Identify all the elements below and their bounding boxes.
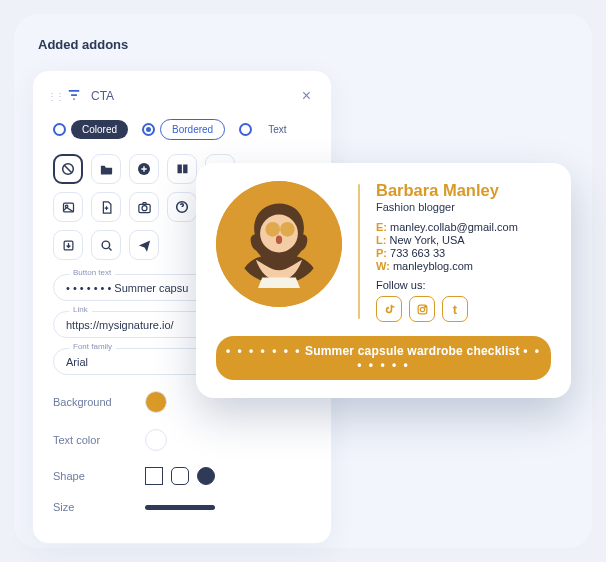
folder-icon[interactable] — [91, 154, 121, 184]
svg-point-14 — [280, 222, 295, 237]
link-label: Link — [69, 305, 92, 314]
follow-us-label: Follow us: — [376, 279, 551, 291]
background-swatch[interactable] — [145, 391, 167, 413]
style-colored[interactable]: Colored — [53, 120, 128, 139]
shape-rounded[interactable] — [171, 467, 189, 485]
tumblr-icon[interactable]: t — [442, 296, 468, 322]
shape-label: Shape — [53, 470, 145, 482]
preview-website: W: manleyblog.com — [376, 260, 551, 272]
signature-preview-card: Barbara Manley Fashion blogger E: manley… — [196, 163, 571, 398]
style-bordered[interactable]: Bordered — [142, 119, 225, 140]
radio-icon — [142, 123, 155, 136]
help-icon[interactable] — [167, 192, 197, 222]
button-style-radios: Colored Bordered Text — [53, 119, 317, 140]
text-color-swatch[interactable] — [145, 429, 167, 451]
download-box-icon[interactable] — [53, 230, 83, 260]
search-icon[interactable] — [91, 230, 121, 260]
radio-icon — [53, 123, 66, 136]
style-text[interactable]: Text — [239, 120, 297, 139]
style-label: Colored — [71, 120, 128, 139]
send-icon[interactable] — [129, 230, 159, 260]
ban-icon[interactable] — [53, 154, 83, 184]
svg-point-15 — [276, 236, 282, 244]
plus-circle-icon[interactable] — [129, 154, 159, 184]
panel-title: CTA — [91, 89, 286, 103]
text-color-label: Text color — [53, 434, 145, 446]
preview-phone: P: 733 663 33 — [376, 247, 551, 259]
svg-point-17 — [420, 307, 424, 311]
vertical-divider — [358, 184, 360, 319]
preview-location: L: New York, USA — [376, 234, 551, 246]
avatar — [216, 181, 342, 307]
dots-icon: • • • • • • • — [226, 344, 301, 358]
drag-handle-icon[interactable]: ⋮⋮ — [47, 91, 57, 102]
doc-add-icon[interactable] — [91, 192, 121, 222]
svg-point-6 — [142, 205, 147, 210]
tiktok-icon[interactable] — [376, 296, 402, 322]
shape-square[interactable] — [145, 467, 163, 485]
background-label: Background — [53, 396, 145, 408]
cta-text: Summer capsule wardrobe checklist — [305, 344, 520, 358]
filter-icon — [67, 88, 81, 105]
style-label: Bordered — [160, 119, 225, 140]
svg-point-13 — [265, 222, 280, 237]
font-family-label: Font family — [69, 342, 116, 351]
close-icon[interactable]: × — [296, 85, 317, 107]
svg-point-18 — [424, 306, 425, 307]
instagram-icon[interactable] — [409, 296, 435, 322]
size-label: Size — [53, 501, 145, 513]
preview-role: Fashion blogger — [376, 201, 551, 213]
size-slider[interactable] — [145, 505, 215, 510]
button-text-label: Button text — [69, 268, 115, 277]
camera-icon[interactable] — [129, 192, 159, 222]
svg-point-10 — [102, 241, 110, 249]
style-label: Text — [257, 120, 297, 139]
photo-icon[interactable] — [53, 192, 83, 222]
radio-icon — [239, 123, 252, 136]
preview-email: E: manley.collab@gmail.com — [376, 221, 551, 233]
book-icon[interactable] — [167, 154, 197, 184]
cta-button-preview[interactable]: • • • • • • • Summer capsule wardrobe ch… — [216, 336, 551, 380]
preview-name: Barbara Manley — [376, 181, 551, 200]
shape-pill[interactable] — [197, 467, 215, 485]
added-addons-title: Added addons — [38, 37, 574, 52]
